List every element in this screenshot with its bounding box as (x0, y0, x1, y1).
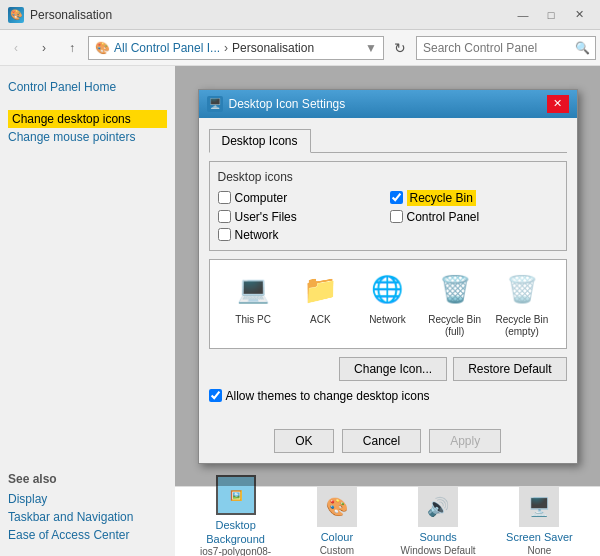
back-button[interactable]: ‹ (4, 36, 28, 60)
preview-icon-thispc[interactable]: 💻 This PC (223, 270, 283, 338)
dialog-title-text: Desktop Icon Settings (229, 97, 346, 111)
preview-icon-network[interactable]: 🌐 Network (357, 270, 417, 338)
change-icon-button[interactable]: Change Icon... (339, 357, 447, 381)
apply-button[interactable]: Apply (429, 429, 501, 453)
checkbox-network[interactable] (218, 228, 231, 241)
desktop-bg-label: DesktopBackground (206, 519, 265, 545)
breadcrumb-part2: Personalisation (232, 41, 314, 55)
checkbox-control-panel-label: Control Panel (407, 210, 480, 224)
desktop-bg-icon-symbol: 🖼️ (230, 490, 242, 501)
nav-bar: ‹ › ↑ 🎨 All Control Panel I... › Persona… (0, 30, 600, 66)
recycle-empty-label: Recycle Bin(empty) (495, 314, 548, 338)
checkbox-recycle-label: Recycle Bin (407, 190, 476, 206)
checkbox-network-label: Network (235, 228, 279, 242)
minimize-button[interactable]: — (510, 5, 536, 25)
checkbox-user-files-label: User's Files (235, 210, 297, 224)
sidebar-taskbar[interactable]: Taskbar and Navigation (8, 508, 167, 526)
restore-default-button[interactable]: Restore Default (453, 357, 566, 381)
bottom-item-desktop-bg[interactable]: 🖼️ DesktopBackground ios7-polygon08-i... (196, 475, 276, 556)
cancel-button[interactable]: Cancel (342, 429, 421, 453)
checkbox-computer-label: Computer (235, 191, 288, 205)
breadcrumb-separator: › (224, 41, 228, 55)
recycle-full-icon: 🗑️ (435, 270, 475, 310)
screen-saver-label: Screen Saver (506, 531, 573, 544)
colour-icon: 🎨 (317, 487, 357, 527)
ack-icon: 📁 (300, 270, 340, 310)
dialog-footer: OK Cancel Apply (199, 423, 577, 463)
sidebar-home[interactable]: Control Panel Home (8, 78, 167, 96)
tabs: Desktop Icons (209, 128, 567, 153)
modal-overlay: 🖥️ Desktop Icon Settings ✕ Desktop Icons… (175, 66, 600, 486)
preview-icon-recycle-empty[interactable]: 🗑️ Recycle Bin(empty) (492, 270, 552, 338)
sidebar-ease[interactable]: Ease of Access Center (8, 526, 167, 544)
checkbox-item-recycle: Recycle Bin (390, 190, 558, 206)
title-bar-left: 🎨 Personalisation (8, 7, 112, 23)
dialog-desktop-icon-settings: 🖥️ Desktop Icon Settings ✕ Desktop Icons… (198, 89, 578, 464)
breadcrumb-icon: 🎨 (95, 41, 110, 55)
see-also-title: See also (8, 472, 167, 486)
desktop-bg-sublabel: ios7-polygon08-i... (196, 546, 276, 556)
icons-preview: 💻 This PC 📁 ACK 🌐 Network 🗑️ (209, 259, 567, 349)
section-label: Desktop icons (218, 170, 558, 184)
screen-saver-sublabel: None (527, 545, 551, 556)
thispc-icon: 💻 (233, 270, 273, 310)
sounds-sublabel: Windows Default (401, 545, 476, 556)
window-close-button[interactable]: ✕ (566, 5, 592, 25)
desktop-icons-section: Desktop icons Computer Recycle Bin (209, 161, 567, 251)
search-wrapper: 🔍 (416, 36, 596, 60)
dialog-icon: 🖥️ (207, 96, 223, 112)
allow-themes-label: Allow themes to change desktop icons (226, 389, 430, 403)
checkbox-computer[interactable] (218, 191, 231, 204)
maximize-button[interactable]: □ (538, 5, 564, 25)
network-icon-label: Network (369, 314, 406, 326)
colour-sublabel: Custom (320, 545, 354, 556)
network-icon: 🌐 (367, 270, 407, 310)
dialog-title-left: 🖥️ Desktop Icon Settings (207, 96, 346, 112)
checkbox-recycle[interactable] (390, 191, 403, 204)
preview-icon-ack[interactable]: 📁 ACK (290, 270, 350, 338)
ok-button[interactable]: OK (274, 429, 334, 453)
ack-label: ACK (310, 314, 331, 326)
app-icon: 🎨 (8, 7, 24, 23)
checkbox-item-user-files: User's Files (218, 210, 386, 224)
allow-themes-row: Allow themes to change desktop icons (209, 389, 567, 403)
tab-desktop-icons[interactable]: Desktop Icons (209, 129, 311, 153)
checkbox-item-computer: Computer (218, 190, 386, 206)
recycle-empty-icon: 🗑️ (502, 270, 542, 310)
breadcrumb-part1: All Control Panel I... (114, 41, 220, 55)
refresh-button[interactable]: ↻ (388, 36, 412, 60)
breadcrumb-dropdown[interactable]: ▼ (365, 41, 377, 55)
bottom-item-sounds[interactable]: 🔊 Sounds Windows Default (398, 487, 478, 555)
sidebar-change-mouse[interactable]: Change mouse pointers (8, 128, 167, 146)
title-bar-controls: — □ ✕ (510, 5, 592, 25)
sounds-icon: 🔊 (418, 487, 458, 527)
bottom-item-colour[interactable]: 🎨 Colour Custom (297, 487, 377, 555)
breadcrumb: 🎨 All Control Panel I... › Personalisati… (88, 36, 384, 60)
screen-saver-icon: 🖥️ (519, 487, 559, 527)
dialog-close-button[interactable]: ✕ (547, 95, 569, 113)
checkbox-user-files[interactable] (218, 210, 231, 223)
search-icon: 🔍 (575, 41, 590, 55)
sounds-label: Sounds (419, 531, 456, 544)
checkbox-item-control-panel: Control Panel (390, 210, 558, 224)
main-layout: Control Panel Home Change desktop icons … (0, 66, 600, 556)
sidebar: Control Panel Home Change desktop icons … (0, 66, 175, 556)
checkbox-item-network: Network (218, 228, 386, 242)
up-button[interactable]: ↑ (60, 36, 84, 60)
content-area: 🖼️ DesktopBackground ios7-polygon08-i...… (175, 66, 600, 556)
sidebar-display[interactable]: Display (8, 490, 167, 508)
bottom-bar: 🖼️ DesktopBackground ios7-polygon08-i...… (175, 486, 600, 556)
colour-label: Colour (321, 531, 353, 544)
search-input[interactable] (416, 36, 596, 60)
forward-button[interactable]: › (32, 36, 56, 60)
checkbox-grid: Computer Recycle Bin User's Files (218, 190, 558, 242)
action-buttons: Change Icon... Restore Default (209, 357, 567, 381)
allow-themes-checkbox[interactable] (209, 389, 222, 402)
see-also: See also Display Taskbar and Navigation … (8, 462, 167, 544)
recycle-full-label: Recycle Bin(full) (428, 314, 481, 338)
sidebar-change-icons[interactable]: Change desktop icons (8, 110, 167, 128)
window-title: Personalisation (30, 8, 112, 22)
checkbox-control-panel[interactable] (390, 210, 403, 223)
preview-icon-recycle-full[interactable]: 🗑️ Recycle Bin(full) (425, 270, 485, 338)
bottom-item-screen-saver[interactable]: 🖥️ Screen Saver None (499, 487, 579, 555)
